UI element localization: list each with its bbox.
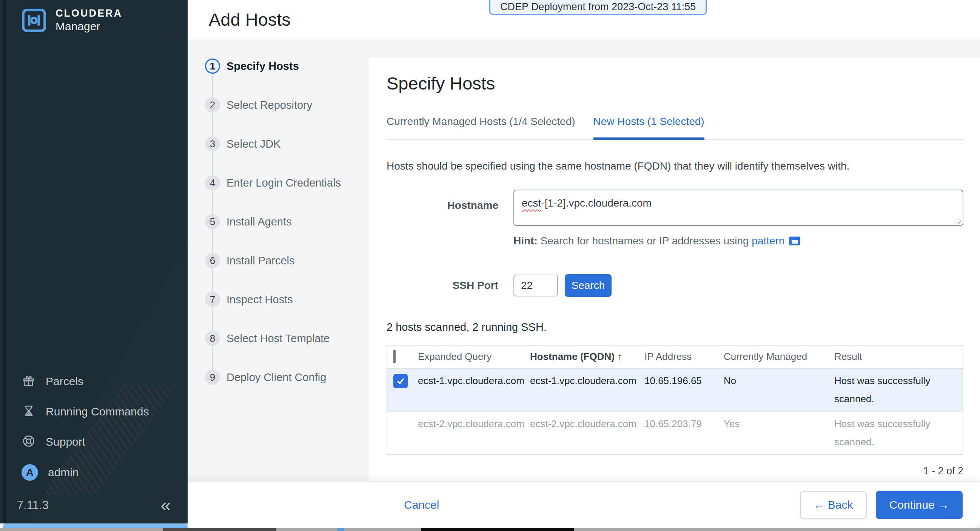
wizard-footer: Cancel ← Back Continue →: [188, 481, 980, 528]
tab-currently-managed-hosts[interactable]: Currently Managed Hosts (1/4 Selected): [387, 116, 575, 140]
hint-text: Search for hostnames or IP addresses usi…: [538, 235, 752, 247]
wizard-header: Add Hosts CDEP Deployment from 2023-Oct-…: [188, 0, 980, 39]
lifebuoy-icon: [22, 434, 36, 450]
table-header-row: Expanded Query Hostname (FQDN) ↑ IP Addr…: [387, 345, 963, 368]
app-sidebar: CLOUDERA Manager Parcels: [0, 0, 188, 523]
step-install-agents[interactable]: 5 Install Agents: [205, 214, 292, 229]
cell-managed: Yes: [724, 411, 834, 454]
step-label: Select JDK: [226, 138, 280, 150]
col-currently-managed[interactable]: Currently Managed: [724, 345, 834, 368]
open-window-icon: [789, 236, 801, 246]
cell-hostname: ecst-1.vpc.cloudera.com: [530, 368, 644, 411]
cancel-button[interactable]: Cancel: [404, 499, 439, 511]
step-label: Inspect Hosts: [226, 293, 293, 306]
sidebar-item-parcels[interactable]: Parcels: [22, 373, 83, 389]
ssh-port-input[interactable]: [514, 274, 558, 297]
version-label: 7.11.3: [17, 499, 49, 512]
cloudera-manager-add-hosts-screen: CLOUDERA Manager Parcels: [0, 0, 980, 531]
host-tabs: Currently Managed Hosts (1/4 Selected) N…: [387, 116, 963, 140]
cell-expanded-query: ecst-1.vpc.cloudera.com: [418, 368, 530, 411]
step-number: 8: [205, 331, 220, 346]
cell-managed: No: [724, 368, 834, 411]
cloudera-logo-icon: [22, 8, 46, 32]
hostname-value-rest: -[1-2].vpc.cloudera.com: [541, 197, 652, 209]
resize-grip-icon[interactable]: [955, 217, 961, 223]
page-title: Add Hosts: [209, 9, 291, 30]
brand-logo[interactable]: CLOUDERA Manager: [22, 8, 123, 33]
pattern-link[interactable]: pattern: [752, 235, 784, 247]
sidebar-item-running-commands[interactable]: Running Commands: [22, 404, 149, 419]
step-label: Select Host Template: [226, 332, 330, 345]
step-number: 7: [205, 292, 220, 307]
step-enter-login-credentials[interactable]: 4 Enter Login Credentials: [205, 175, 341, 190]
cell-ip: 10.65.196.65: [644, 368, 724, 411]
step-label: Install Agents: [226, 216, 292, 228]
background-fragment: [163, 528, 276, 531]
collapse-sidebar-icon[interactable]: «: [161, 494, 171, 516]
avatar: A: [22, 464, 38, 481]
step-install-parcels[interactable]: 6 Install Parcels: [205, 253, 295, 268]
back-button[interactable]: ← Back: [800, 491, 867, 518]
pagination-label: 1 - 2 of 2: [387, 465, 963, 477]
step-label: Select Repository: [226, 99, 312, 112]
sidebar-item-support[interactable]: Support: [22, 434, 85, 450]
cell-result: Host was successfully scanned.: [834, 411, 963, 454]
row-checkbox-checked[interactable]: [393, 374, 408, 388]
background-fragment: [421, 528, 574, 531]
hint-prefix: Hint:: [514, 235, 538, 247]
hostname-value-misspelled: ecst: [522, 197, 541, 209]
sidebar-item-label: Running Commands: [46, 405, 149, 418]
deployment-badge: CDEP Deployment from 2023-Oct-23 11:55: [489, 0, 707, 15]
brand-product: Manager: [56, 20, 123, 33]
brand-name: CLOUDERA: [56, 8, 123, 19]
sidebar-item-admin[interactable]: A admin: [22, 464, 79, 480]
step-number: 5: [205, 214, 220, 229]
scan-status: 2 hosts scanned, 2 running SSH.: [387, 321, 963, 333]
sidebar-item-label: Support: [46, 435, 85, 448]
step-number: 2: [205, 97, 220, 113]
sort-ascending-icon: ↑: [617, 351, 622, 362]
tab-new-hosts[interactable]: New Hosts (1 Selected): [593, 116, 705, 140]
step-specify-hosts[interactable]: 1 Specify Hosts: [205, 59, 299, 73]
search-button[interactable]: Search: [565, 274, 612, 297]
scanned-hosts-table: Expanded Query Hostname (FQDN) ↑ IP Addr…: [387, 345, 963, 455]
continue-arrow-icon: →: [938, 499, 949, 511]
step-label: Deploy Client Config: [226, 371, 326, 384]
col-expanded-query[interactable]: Expanded Query: [418, 345, 530, 368]
hostname-row: Hostname ecst-[1-2].vpc.cloudera.com: [387, 190, 963, 226]
step-select-repository[interactable]: 2 Select Repository: [205, 97, 312, 113]
cell-expanded-query: ecst-2.vpc.cloudera.com: [418, 411, 530, 454]
col-result[interactable]: Result: [834, 345, 963, 368]
col-hostname-fqdn[interactable]: Hostname (FQDN) ↑: [530, 345, 644, 368]
gift-icon: [22, 373, 36, 389]
step-number: 9: [205, 370, 220, 385]
step-number: 6: [205, 253, 220, 268]
cell-hostname: ecst-2.vpc.cloudera.com: [530, 411, 644, 454]
hostname-hint: Hint: Search for hostnames or IP address…: [514, 235, 963, 247]
hosts-description: Hosts should be specified using the same…: [387, 160, 963, 172]
continue-button[interactable]: Continue →: [876, 491, 963, 519]
section-heading: Specify Hosts: [387, 73, 963, 94]
sidebar-item-label: admin: [48, 466, 79, 479]
step-number: 3: [205, 136, 220, 151]
hostname-input[interactable]: ecst-[1-2].vpc.cloudera.com: [514, 190, 963, 226]
wizard-steps-rail: 1 Specify Hosts 2 Select Repository 3 Se…: [188, 39, 369, 481]
select-all-checkbox[interactable]: [393, 350, 396, 363]
background-page-fragment: [0, 528, 980, 531]
step-deploy-client-config[interactable]: 9 Deploy Client Config: [205, 370, 326, 385]
sidebar-bottom-strip: [3, 523, 188, 528]
sidebar-item-label: Parcels: [46, 375, 83, 388]
step-select-host-template[interactable]: 8 Select Host Template: [205, 331, 330, 346]
table-row: ecst-2.vpc.cloudera.com ecst-2.vpc.cloud…: [387, 411, 963, 454]
step-label: Specify Hosts: [226, 60, 299, 72]
step-label: Enter Login Credentials: [226, 177, 341, 189]
table-row[interactable]: ecst-1.vpc.cloudera.com ecst-1.vpc.cloud…: [387, 368, 963, 411]
step-inspect-hosts[interactable]: 7 Inspect Hosts: [205, 292, 293, 307]
hourglass-icon: [22, 404, 36, 419]
col-ip-address[interactable]: IP Address: [644, 345, 724, 368]
add-hosts-wizard: Add Hosts CDEP Deployment from 2023-Oct-…: [188, 0, 980, 528]
cell-result: Host was successfully scanned.: [834, 368, 963, 411]
step-select-jdk[interactable]: 3 Select JDK: [205, 136, 280, 151]
step-number: 1: [205, 59, 220, 73]
back-arrow-icon: ←: [813, 499, 825, 511]
